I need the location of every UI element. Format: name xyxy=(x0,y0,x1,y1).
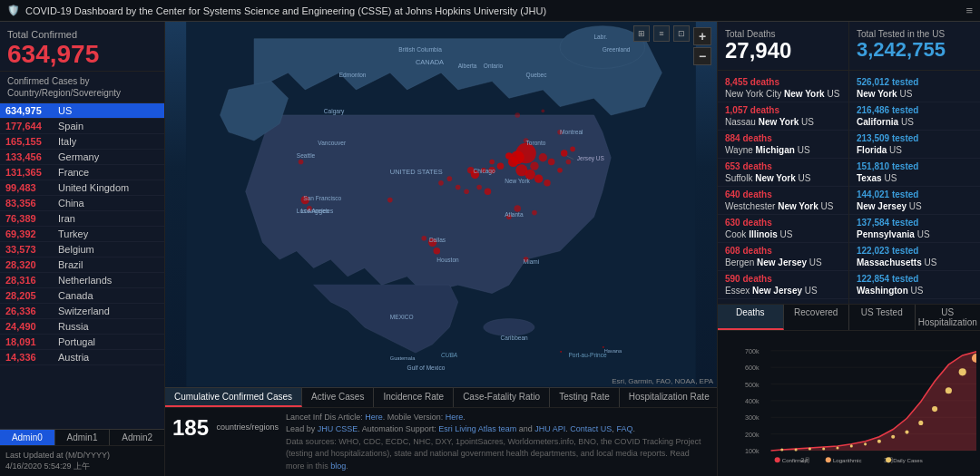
sidebar-item-united-kingdom[interactable]: 99,483 United Kingdom xyxy=(0,180,164,196)
sidebar-tabs: Admin0 Admin1 Admin2 xyxy=(0,429,164,445)
svg-point-107 xyxy=(946,387,952,393)
sidebar-item-portugal[interactable]: 18,091 Portugal xyxy=(0,335,164,350)
svg-text:Seattle: Seattle xyxy=(297,152,316,159)
tested-list-item: 526,012 testedNew York US xyxy=(849,74,980,102)
jhu-api-link[interactable]: JHU API xyxy=(534,424,565,433)
sidebar-item-us[interactable]: 634,975 US xyxy=(0,103,164,119)
menu-icon[interactable]: ≡ xyxy=(965,4,973,17)
deaths-list-item: 8,455 deathsNew York City New York US xyxy=(718,74,848,102)
deaths-number: 27,940 xyxy=(725,39,841,63)
sidebar-item-russia[interactable]: 24,490 Russia xyxy=(0,319,164,335)
sidebar-item-canada[interactable]: 28,205 Canada xyxy=(0,288,164,304)
tested-list-item: 122,854 testedWashington US xyxy=(849,271,980,299)
sidebar: Total Confirmed 634,975 Confirmed Cases … xyxy=(0,22,165,476)
svg-text:Havana: Havana xyxy=(604,348,622,354)
svg-point-21 xyxy=(544,180,550,186)
svg-point-42 xyxy=(541,109,544,112)
sidebar-tab-admin2[interactable]: Admin2 xyxy=(110,430,164,445)
tab-recovered[interactable]: Recovered xyxy=(784,305,850,330)
sidebar-item-turkey[interactable]: 69,392 Turkey xyxy=(0,227,164,242)
svg-text:300k: 300k xyxy=(745,414,760,422)
svg-point-14 xyxy=(566,160,572,165)
countries-count: 185 xyxy=(172,412,209,444)
map-attribution: Esri, Garmin, FAO, NOAA, EPA xyxy=(612,377,713,385)
svg-point-102 xyxy=(877,440,881,443)
svg-text:400k: 400k xyxy=(745,398,760,405)
faq-link[interactable]: FAQ xyxy=(616,424,632,433)
layer-icon[interactable]: ⊞ xyxy=(633,25,650,42)
tab-incidence[interactable]: Incidence Rate xyxy=(374,388,454,407)
map-area[interactable]: Chicago Dallas San Francisco Los Angeles… xyxy=(165,22,717,387)
expand-icon[interactable]: ⊡ xyxy=(673,25,690,42)
svg-point-40 xyxy=(387,198,393,203)
tab-testing[interactable]: Testing Rate xyxy=(550,388,620,407)
sidebar-item-brazil[interactable]: 28,320 Brazil xyxy=(0,257,164,273)
header: 🛡️ COVID-19 Dashboard by the Center for … xyxy=(0,0,980,22)
svg-text:Caribbean: Caribbean xyxy=(501,335,529,341)
sidebar-item-iran[interactable]: 76,389 Iran xyxy=(0,211,164,227)
contact-link[interactable]: Contact US xyxy=(570,424,612,433)
svg-text:Montreal: Montreal xyxy=(560,129,583,135)
tab-fatality[interactable]: Case-Fatality Ratio xyxy=(454,388,550,407)
sidebar-item-china[interactable]: 83,356 China xyxy=(0,196,164,211)
svg-point-106 xyxy=(932,406,937,412)
total-confirmed-label: Total Confirmed xyxy=(7,29,157,40)
sidebar-item-netherlands[interactable]: 28,316 Netherlands xyxy=(0,273,164,288)
right-panel: Total Deaths 27,940 Total Tested in the … xyxy=(717,22,980,476)
right-tabs: Deaths Recovered US Tested US Hospitaliz… xyxy=(718,305,980,331)
svg-text:MEXICO: MEXICO xyxy=(390,314,414,320)
blog-link[interactable]: blog xyxy=(330,461,346,471)
map-top-icons: ⊞ ≡ ⊡ xyxy=(633,25,690,42)
svg-text:CANADA: CANADA xyxy=(416,58,444,66)
header-title: COVID-19 Dashboard by the Center for Sys… xyxy=(25,5,546,16)
tab-deaths[interactable]: Deaths xyxy=(718,305,784,330)
sidebar-item-germany[interactable]: 133,456 Germany xyxy=(0,150,164,165)
lancet-link[interactable]: Here xyxy=(365,413,383,422)
svg-point-100 xyxy=(850,444,853,447)
sidebar-item-switzerland[interactable]: 26,336 Switzerland xyxy=(0,304,164,319)
svg-point-35 xyxy=(485,188,491,194)
zoom-out-button[interactable]: − xyxy=(693,47,711,65)
svg-text:Greenland: Greenland xyxy=(603,46,631,53)
total-confirmed-number: 634,975 xyxy=(7,42,157,67)
shield-icon: 🛡️ xyxy=(7,5,20,16)
list-icon[interactable]: ≡ xyxy=(653,25,670,42)
svg-point-34 xyxy=(476,185,482,190)
mobile-link[interactable]: Here xyxy=(446,413,464,422)
tab-us-hosp[interactable]: US Hospitalization xyxy=(916,305,981,330)
jhu-link[interactable]: JHU CSSE xyxy=(318,424,358,433)
tested-list-item: 144,021 testedNew Jersey US xyxy=(849,187,980,215)
sidebar-item-france[interactable]: 131,365 France xyxy=(0,165,164,180)
tab-us-tested[interactable]: US Tested xyxy=(849,305,916,330)
tab-cumulative[interactable]: Cumulative Confirmed Cases xyxy=(165,388,302,407)
deaths-list-item: 884 deathsWayne Michigan US xyxy=(718,131,848,159)
sidebar-item-italy[interactable]: 165,155 Italy xyxy=(0,134,164,150)
sidebar-tab-admin0[interactable]: Admin0 xyxy=(0,430,55,445)
deaths-column: 8,455 deathsNew York City New York US1,0… xyxy=(718,71,849,305)
tab-hospitalization[interactable]: Hospitalization Rate xyxy=(620,388,717,407)
deaths-summary: Total Deaths 27,940 xyxy=(718,22,849,70)
sidebar-item-austria[interactable]: 14,336 Austria xyxy=(0,350,164,365)
svg-text:600k: 600k xyxy=(745,364,760,372)
tested-summary: Total Tested in the US 3,242,755 xyxy=(849,22,980,70)
svg-point-41 xyxy=(514,112,520,118)
svg-point-112 xyxy=(826,457,831,462)
sidebar-tab-admin1[interactable]: Admin1 xyxy=(55,430,111,445)
sidebar-item-belgium[interactable]: 33,573 Belgium xyxy=(0,242,164,257)
zoom-in-button[interactable]: + xyxy=(693,27,711,45)
tab-active[interactable]: Active Cases xyxy=(302,388,374,407)
svg-text:Port-au-Prince: Port-au-Prince xyxy=(568,352,607,358)
sidebar-country-list: 634,975 US177,644 Spain165,155 Italy133,… xyxy=(0,103,164,429)
map-bottom-tabs: Cumulative Confirmed Cases Active Cases … xyxy=(165,387,717,407)
esri-link[interactable]: Esri Living Atlas team xyxy=(438,424,516,433)
svg-text:New York: New York xyxy=(505,178,530,184)
deaths-list: 8,455 deathsNew York City New York US1,0… xyxy=(718,71,848,305)
svg-text:500k: 500k xyxy=(745,382,760,389)
svg-point-32 xyxy=(438,180,444,186)
sidebar-item-spain[interactable]: 177,644 Spain xyxy=(0,119,164,134)
main-layout: Total Confirmed 634,975 Confirmed Cases … xyxy=(0,22,980,476)
svg-text:Houston: Houston xyxy=(436,257,459,263)
svg-point-103 xyxy=(891,435,895,439)
svg-point-110 xyxy=(775,457,780,462)
right-content: 8,455 deathsNew York City New York US1,0… xyxy=(718,71,980,305)
